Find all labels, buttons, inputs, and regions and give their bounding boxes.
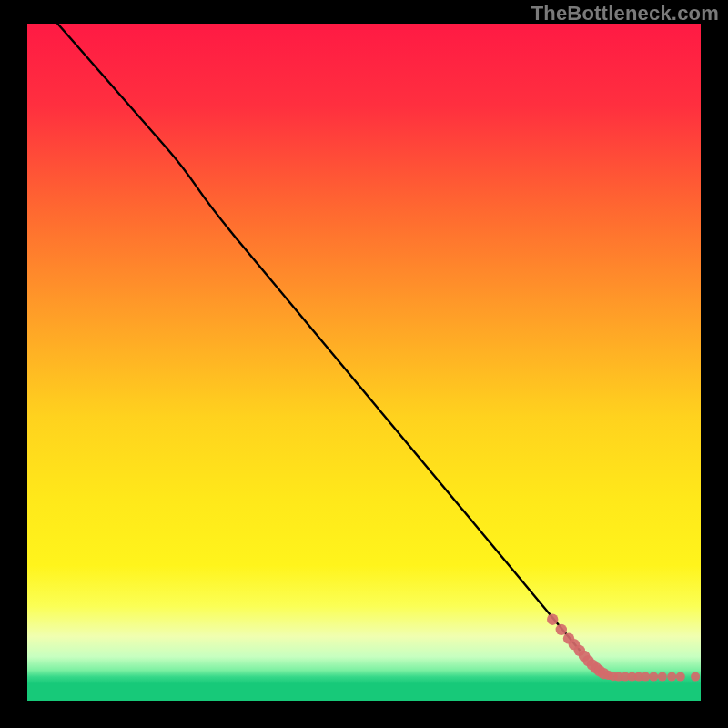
plot-background	[27, 24, 701, 701]
chart-stage: TheBottleneck.com	[0, 0, 728, 728]
data-point	[658, 672, 667, 682]
data-point	[676, 672, 685, 682]
watermark-text: TheBottleneck.com	[531, 2, 719, 25]
data-point	[556, 624, 567, 635]
data-point	[691, 672, 700, 682]
data-point	[641, 672, 650, 682]
data-point	[667, 672, 676, 682]
data-point	[649, 672, 658, 682]
chart-svg	[0, 0, 728, 728]
data-point	[547, 614, 558, 625]
